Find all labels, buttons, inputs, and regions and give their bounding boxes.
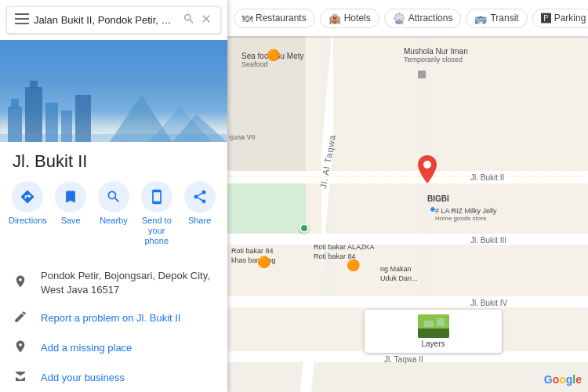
report-item[interactable]: Report a problem on Jl. Bukit II (0, 303, 227, 333)
search-icon[interactable] (183, 13, 195, 28)
nearby-icon (98, 181, 129, 212)
attractions-icon: 🎡 (393, 13, 405, 24)
svg-rect-37 (418, 328, 449, 338)
address-item[interactable]: Pondok Petir, Bojongsari, Depok City, We… (0, 263, 227, 303)
location-icon (13, 274, 28, 292)
svg-rect-39 (437, 318, 445, 326)
chip-transit[interactable]: 🚌 Transit (466, 9, 527, 28)
nearby-label: Nearby (100, 216, 127, 226)
address-text: Pondok Petir, Bojongsari, Depok City, We… (41, 269, 215, 297)
edit-icon (13, 310, 28, 327)
place-lariz[interactable]: # LA RIZ Milky Jelly Home goods store (435, 207, 497, 222)
map-panel[interactable]: 🍽 Restaurants 🏨 Hotels 🎡 Attractions 🚌 T… (227, 0, 588, 392)
restaurant-icon: 🍽 (242, 13, 252, 24)
chip-attractions[interactable]: 🎡 Attractions (384, 9, 462, 28)
chip-parking[interactable]: 🅿 Parking (532, 9, 588, 28)
directions-label: Directions (9, 216, 47, 226)
svg-rect-2 (15, 23, 29, 24)
svg-rect-33 (227, 183, 306, 234)
send-icon (141, 181, 172, 212)
chip-attractions-label: Attractions (408, 13, 453, 24)
action-buttons: Directions Save Nearby (0, 175, 227, 256)
left-panel: Jalan Bukit II, Pondok Petir, Kota (0, 0, 227, 392)
svg-rect-38 (424, 321, 434, 327)
seafood-marker: 🟠 (267, 49, 280, 61)
chip-hotels-label: Hotels (344, 13, 371, 24)
green-dot-marker (299, 223, 309, 233)
roti-alazka-marker: 🟠 (347, 259, 360, 271)
hero-image (0, 40, 227, 142)
svg-rect-1 (15, 18, 29, 20)
save-label: Save (61, 216, 81, 226)
layers-thumbnail (418, 314, 449, 338)
chip-parking-label: Parking (554, 13, 586, 24)
report-text: Report a problem on Jl. Bukit II (41, 311, 180, 325)
directions-button[interactable]: Directions (8, 181, 48, 247)
info-list: Pondok Petir, Bojongsari, Depok City, We… (0, 256, 227, 392)
add-missing-place-item[interactable]: Add a missing place (0, 333, 227, 363)
add-business-item[interactable]: Add your business (0, 363, 227, 392)
svg-rect-0 (15, 13, 29, 15)
chip-restaurants[interactable]: 🍽 Restaurants (234, 9, 315, 28)
add-place-icon (13, 339, 28, 357)
directions-icon (12, 181, 43, 212)
layers-button[interactable]: Layers (365, 310, 502, 353)
save-button[interactable]: Save (51, 181, 91, 247)
nearby-button[interactable]: Nearby (94, 181, 134, 247)
hotel-icon: 🏨 (328, 13, 341, 24)
save-icon (55, 181, 86, 212)
svg-rect-6 (30, 81, 38, 89)
chip-hotels[interactable]: 🏨 Hotels (320, 9, 379, 28)
svg-rect-20 (227, 296, 588, 307)
svg-rect-18 (227, 171, 588, 183)
share-button[interactable]: Share (180, 181, 220, 247)
roti84-marker: 🟠 (257, 256, 270, 268)
send-label: Send to your phone (136, 216, 176, 247)
transit-icon: 🚌 (474, 13, 487, 24)
mushola-marker (418, 71, 426, 78)
add-business-text: Add your business (41, 371, 125, 385)
chip-restaurants-label: Restaurants (256, 13, 307, 24)
search-bar[interactable]: Jalan Bukit II, Pondok Petir, Kota (6, 6, 221, 34)
svg-rect-5 (25, 87, 42, 142)
share-icon (184, 181, 216, 212)
svg-rect-19 (227, 234, 588, 245)
svg-rect-13 (0, 134, 227, 142)
svg-rect-4 (11, 99, 19, 108)
place-title: Jl. Bukit II (0, 142, 227, 175)
place-bigbi[interactable]: BIGBI (427, 194, 449, 203)
search-input-text: Jalan Bukit II, Pondok Petir, Kota (34, 14, 178, 26)
google-logo: Google (544, 373, 582, 386)
svg-rect-30 (431, 245, 588, 296)
svg-rect-21 (227, 351, 588, 362)
business-icon (13, 369, 28, 387)
parking-icon: 🅿 (541, 13, 551, 24)
chip-transit-label: Transit (490, 13, 518, 24)
hamburger-icon[interactable] (15, 12, 29, 28)
svg-rect-26 (333, 183, 419, 234)
map-topbar: 🍽 Restaurants 🏨 Hotels 🎡 Attractions 🚌 T… (227, 0, 588, 36)
layers-label: Layers (421, 339, 445, 348)
send-to-phone-button[interactable]: Send to your phone (136, 181, 176, 247)
missing-place-text: Add a missing place (41, 341, 132, 355)
place-roti-alazka[interactable]: Roti bakar ALAZKARoti bakar 84 (314, 243, 375, 261)
share-label: Share (188, 216, 211, 226)
place-mushola[interactable]: Mushola Nur Iman Temporarily closed (404, 47, 468, 64)
close-icon[interactable] (200, 13, 212, 28)
place-makan-uduk[interactable]: ng MakanUduk Dan... (380, 265, 418, 283)
